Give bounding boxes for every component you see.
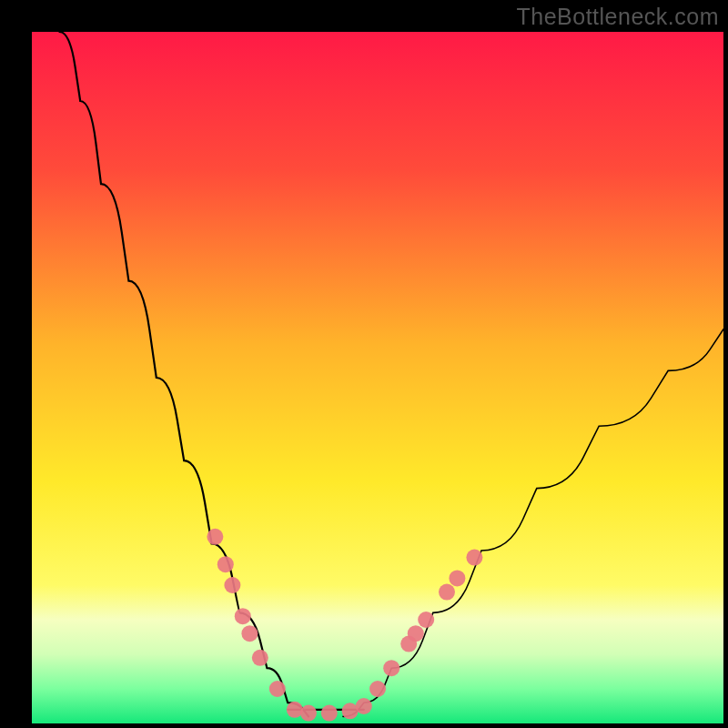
chart-frame: TheBottleneck.com bbox=[0, 0, 728, 728]
marker-dot bbox=[439, 584, 455, 601]
marker-dot bbox=[383, 660, 399, 676]
marker-dot bbox=[224, 577, 240, 593]
marker-dot bbox=[356, 698, 372, 714]
marker-dot bbox=[217, 556, 234, 572]
marker-dot bbox=[252, 650, 268, 666]
marker-dot bbox=[321, 705, 338, 722]
marker-dot bbox=[241, 625, 258, 642]
marker-dot bbox=[300, 705, 317, 722]
marker-dot bbox=[466, 550, 482, 566]
watermark-text: TheBottleneck.com bbox=[517, 4, 720, 30]
marker-dot bbox=[408, 625, 424, 642]
marker-dot bbox=[369, 681, 386, 697]
gradient-background bbox=[32, 32, 723, 723]
marker-dot bbox=[418, 612, 434, 628]
marker-dot bbox=[235, 608, 251, 624]
marker-dot bbox=[207, 529, 223, 545]
marker-dot bbox=[287, 702, 303, 718]
marker-dot bbox=[449, 570, 465, 586]
plot-svg bbox=[32, 32, 723, 723]
plot-area bbox=[32, 32, 723, 723]
marker-dot bbox=[269, 681, 286, 697]
